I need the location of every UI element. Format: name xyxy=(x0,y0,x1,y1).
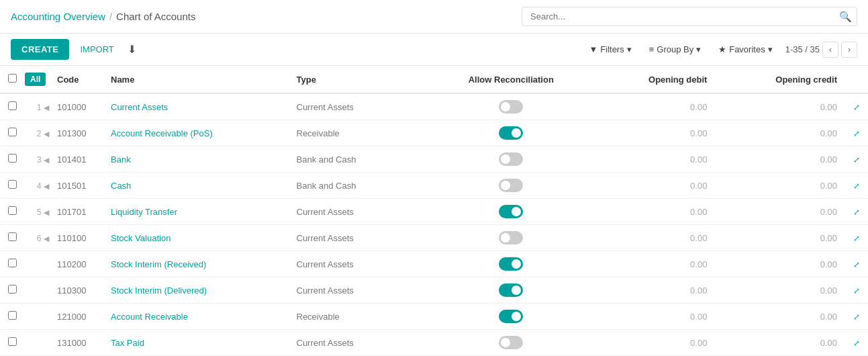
row-expand-cell[interactable]: ⤢ xyxy=(845,251,868,277)
reconcile-toggle[interactable] xyxy=(499,283,523,297)
row-opening-debit: 0.00 xyxy=(585,304,716,330)
toolbar: CREATE IMPORT ⬇ ▼ Filters ▾ ≡ Group By ▾… xyxy=(0,34,868,66)
row-checkbox[interactable] xyxy=(8,259,17,267)
th-select-all[interactable] xyxy=(0,66,25,93)
search-input[interactable] xyxy=(522,7,857,26)
row-name[interactable]: Stock Interim (Delivered) xyxy=(103,277,289,304)
row-name[interactable]: Account Receivable (PoS) xyxy=(103,120,289,146)
create-button[interactable]: CREATE xyxy=(11,39,69,60)
reconcile-toggle[interactable] xyxy=(499,336,523,349)
expand-icon[interactable]: ⤢ xyxy=(853,181,860,191)
download-button[interactable]: ⬇ xyxy=(125,39,139,60)
row-name[interactable]: Liquidity Transfer xyxy=(103,199,289,225)
row-expand-cell[interactable]: ⤢ xyxy=(845,225,868,251)
expand-icon[interactable]: ⤢ xyxy=(853,286,860,296)
row-checkbox[interactable] xyxy=(8,311,17,320)
row-name[interactable]: Bank xyxy=(103,146,289,173)
row-name[interactable]: Account Receivable xyxy=(103,304,289,330)
filters-button[interactable]: ▼ Filters ▾ xyxy=(581,40,638,58)
row-reconcile[interactable] xyxy=(437,277,585,304)
expand-icon[interactable]: ⤢ xyxy=(853,103,860,112)
groupby-button[interactable]: ≡ Group By ▾ xyxy=(642,40,709,58)
row-checkbox-cell[interactable] xyxy=(0,146,25,173)
pagination: 1-35 / 35 ‹ › xyxy=(785,42,857,58)
row-reconcile[interactable] xyxy=(437,146,585,173)
row-name[interactable]: Stock Interim (Received) xyxy=(103,251,289,277)
row-checkbox[interactable] xyxy=(8,128,17,136)
row-checkbox[interactable] xyxy=(8,285,17,294)
row-chevron[interactable]: ◀ xyxy=(44,156,49,164)
row-expand-cell[interactable]: ⤢ xyxy=(845,330,868,356)
row-reconcile[interactable] xyxy=(437,330,585,356)
breadcrumb-link[interactable]: Accounting Overview xyxy=(11,11,105,22)
row-opening-credit: 0.00 xyxy=(715,146,845,173)
table-row: 110300Stock Interim (Delivered)Current A… xyxy=(0,277,868,304)
row-checkbox-cell[interactable] xyxy=(0,277,25,304)
row-name[interactable]: Stock Valuation xyxy=(103,225,289,251)
row-checkbox-cell[interactable] xyxy=(0,199,25,225)
expand-icon[interactable]: ⤢ xyxy=(853,234,860,243)
row-checkbox[interactable] xyxy=(8,232,17,241)
table-container: All Code Name Type Allow Reconciliation … xyxy=(0,66,868,356)
expand-icon[interactable]: ⤢ xyxy=(853,155,860,165)
row-name[interactable]: Current Assets xyxy=(103,93,289,120)
row-checkbox[interactable] xyxy=(8,180,17,189)
expand-icon[interactable]: ⤢ xyxy=(853,339,860,348)
row-expand-cell[interactable]: ⤢ xyxy=(845,173,868,199)
row-expand-cell[interactable]: ⤢ xyxy=(845,146,868,173)
row-expand-cell[interactable]: ⤢ xyxy=(845,277,868,304)
row-reconcile[interactable] xyxy=(437,93,585,120)
row-checkbox-cell[interactable] xyxy=(0,120,25,146)
th-all[interactable]: All xyxy=(25,66,49,93)
filters-label: Filters xyxy=(600,44,624,54)
reconcile-toggle[interactable] xyxy=(499,231,523,244)
reconcile-toggle[interactable] xyxy=(499,152,523,166)
row-reconcile[interactable] xyxy=(437,120,585,146)
reconcile-toggle[interactable] xyxy=(499,310,523,323)
next-page-button[interactable]: › xyxy=(841,42,857,58)
row-reconcile[interactable] xyxy=(437,304,585,330)
row-checkbox[interactable] xyxy=(8,337,17,346)
row-expand-cell[interactable]: ⤢ xyxy=(845,120,868,146)
expand-icon[interactable]: ⤢ xyxy=(853,129,860,138)
row-expand-cell[interactable]: ⤢ xyxy=(845,304,868,330)
row-checkbox-cell[interactable] xyxy=(0,93,25,120)
row-checkbox-cell[interactable] xyxy=(0,251,25,277)
row-name[interactable]: Tax Paid xyxy=(103,330,289,356)
expand-icon[interactable]: ⤢ xyxy=(853,312,860,322)
import-button[interactable]: IMPORT xyxy=(75,39,119,60)
row-checkbox[interactable] xyxy=(8,101,17,110)
row-name[interactable]: Cash xyxy=(103,173,289,199)
row-checkbox[interactable] xyxy=(8,206,17,215)
row-checkbox-cell[interactable] xyxy=(0,330,25,356)
row-reconcile[interactable] xyxy=(437,225,585,251)
row-chevron[interactable]: ◀ xyxy=(44,234,49,242)
row-checkbox[interactable] xyxy=(8,154,17,163)
row-reconcile[interactable] xyxy=(437,199,585,225)
prev-page-button[interactable]: ‹ xyxy=(822,42,838,58)
row-checkbox-cell[interactable] xyxy=(0,304,25,330)
select-all-checkbox[interactable] xyxy=(8,74,17,83)
row-chevron[interactable]: ◀ xyxy=(44,208,49,216)
reconcile-toggle[interactable] xyxy=(499,205,523,218)
reconcile-toggle[interactable] xyxy=(499,179,523,192)
row-expand-cell[interactable]: ⤢ xyxy=(845,199,868,225)
row-expand-cell[interactable]: ⤢ xyxy=(845,93,868,120)
th-code: Code xyxy=(49,66,103,93)
row-checkbox-cell[interactable] xyxy=(0,225,25,251)
row-reconcile[interactable] xyxy=(437,251,585,277)
reconcile-toggle[interactable] xyxy=(499,126,523,140)
row-checkbox-cell[interactable] xyxy=(0,173,25,199)
reconcile-toggle[interactable] xyxy=(499,100,523,114)
row-code: 101501 xyxy=(49,173,103,199)
all-button[interactable]: All xyxy=(25,73,46,86)
favorites-button[interactable]: ★ Favorites ▾ xyxy=(711,40,779,58)
expand-icon[interactable]: ⤢ xyxy=(853,260,860,269)
row-chevron[interactable]: ◀ xyxy=(44,130,49,138)
expand-icon[interactable]: ⤢ xyxy=(853,208,860,217)
row-reconcile[interactable] xyxy=(437,173,585,199)
table-row: 131000Tax PaidCurrent Assets0.000.00⤢ xyxy=(0,330,868,356)
reconcile-toggle[interactable] xyxy=(499,257,523,271)
row-chevron[interactable]: ◀ xyxy=(44,103,49,112)
row-chevron[interactable]: ◀ xyxy=(44,182,49,190)
